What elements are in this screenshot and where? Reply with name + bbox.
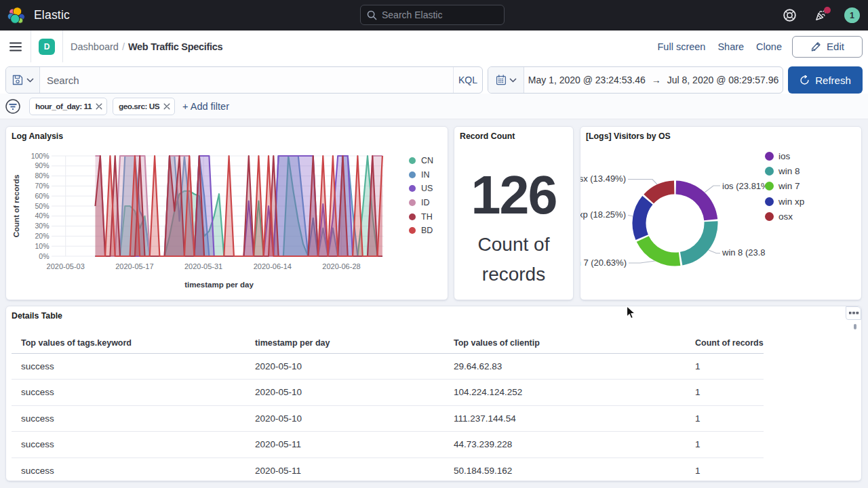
table-cell: 104.224.124.252 xyxy=(454,380,695,406)
global-search-input[interactable]: Search Elastic xyxy=(360,5,505,25)
svg-text:90%: 90% xyxy=(35,161,49,169)
boxes-horizontal-icon xyxy=(849,312,859,314)
table-cell: 1 xyxy=(695,405,764,432)
saved-query-button[interactable] xyxy=(6,67,40,93)
filter-bar: hour_of_day: 11geo.src: US + Add filter xyxy=(0,94,868,119)
query-input[interactable]: Search KQL xyxy=(5,66,483,94)
kql-selector[interactable]: KQL xyxy=(453,67,482,93)
table-cell: success xyxy=(12,432,255,458)
svg-text:Count of records: Count of records xyxy=(12,175,20,238)
legend-item[interactable]: IN xyxy=(409,168,433,182)
newsfeed-icon[interactable] xyxy=(813,8,828,22)
svg-text:80%: 80% xyxy=(35,171,49,180)
notification-badge xyxy=(824,7,831,14)
visitors-donut-chart[interactable]: ios (23.81%)win 8 (23.81%)win 7 (20.63%)… xyxy=(580,127,766,300)
legend-item[interactable]: ios xyxy=(765,148,804,163)
table-scrollbar-thumb[interactable] xyxy=(854,324,856,329)
refresh-button[interactable]: Refresh xyxy=(788,66,863,94)
table-cell: 2020-05-10 xyxy=(255,380,454,406)
donut-slice-ios[interactable] xyxy=(676,181,718,221)
global-search-placeholder: Search Elastic xyxy=(382,9,442,20)
donut-callout: ios (23.81%) xyxy=(722,181,766,191)
legend-item[interactable]: ID xyxy=(409,196,433,210)
divider xyxy=(31,30,31,62)
table-header[interactable]: Top values of clientip xyxy=(454,333,695,353)
date-to[interactable]: Jul 8, 2020 @ 08:29:57.96 xyxy=(667,75,778,85)
table-header[interactable]: timestamp per day xyxy=(255,333,454,353)
log-analysis-chart[interactable]: 0%10%20%30%40%50%60%70%80%90%100%2020-05… xyxy=(6,127,448,300)
help-icon[interactable] xyxy=(782,8,797,22)
panel-title: Log Analysis xyxy=(12,131,63,141)
donut-slice-win-xp[interactable] xyxy=(632,196,652,240)
table-cell: success xyxy=(12,458,255,481)
mouse-cursor xyxy=(626,306,636,320)
legend-dot xyxy=(765,152,774,161)
breadcrumb: Dashboard / Web Traffic Specifics xyxy=(71,41,222,52)
dashboard-row: Log Analysis 0%10%20%30%40%50%60%70%80%9… xyxy=(5,126,862,300)
date-from[interactable]: May 1, 2020 @ 23:24:53.46 xyxy=(528,75,646,85)
svg-text:2020-05-03: 2020-05-03 xyxy=(47,262,85,270)
donut-callout: win xp (18.25%) xyxy=(580,209,626,220)
share-button[interactable]: Share xyxy=(717,41,744,52)
legend-label: TH xyxy=(421,212,433,222)
visitors-legend: ioswin 8win 7win xposx xyxy=(765,148,804,224)
donut-slice-win-8[interactable] xyxy=(680,221,718,265)
hamburger-icon xyxy=(9,42,22,52)
legend-dot xyxy=(765,182,774,190)
legend-item[interactable]: CN xyxy=(409,154,433,168)
details-table: Top values of tags.keywordtimestamp per … xyxy=(12,333,764,481)
table-header[interactable]: Top values of tags.keyword xyxy=(12,333,255,353)
date-range-arrow: → xyxy=(652,75,661,85)
svg-text:2020-06-28: 2020-06-28 xyxy=(322,262,360,270)
table-cell: 1 xyxy=(695,432,764,458)
legend-item[interactable]: win 7 xyxy=(765,179,804,194)
brand-title: Elastic xyxy=(34,8,70,22)
user-avatar[interactable]: 1 xyxy=(844,7,860,23)
panel-options-button[interactable] xyxy=(846,306,861,320)
table-cell: 111.237.144.54 xyxy=(454,405,695,432)
table-cell: success xyxy=(12,353,255,380)
panel-title: [Logs] Visitors by OS xyxy=(586,131,671,141)
legend-item[interactable]: win xp xyxy=(765,194,804,209)
remove-filter-icon[interactable] xyxy=(96,103,102,110)
remove-filter-icon[interactable] xyxy=(163,103,170,110)
filter-options-icon[interactable] xyxy=(5,99,20,114)
edit-button[interactable]: Edit xyxy=(792,36,863,58)
elastic-logo[interactable] xyxy=(7,7,25,24)
add-filter-button[interactable]: + Add filter xyxy=(182,101,229,112)
table-cell: 2020-05-10 xyxy=(255,353,454,380)
legend-label: ios xyxy=(778,151,790,161)
top-nav-menu: Full screen Share Clone Edit xyxy=(657,36,868,58)
date-picker[interactable]: May 1, 2020 @ 23:24:53.46 → Jul 8, 2020 … xyxy=(488,66,783,94)
breadcrumb-separator: / xyxy=(122,41,125,52)
filter-pill[interactable]: hour_of_day: 11 xyxy=(29,98,107,115)
legend-dot xyxy=(409,199,416,206)
log-analysis-legend: CNINUSIDTHBD xyxy=(409,154,433,238)
svg-text:50%: 50% xyxy=(35,202,49,210)
query-bar: Search KQL May 1, 2020 @ 23:24:53.46 → J… xyxy=(0,62,868,94)
donut-slice-osx[interactable] xyxy=(644,181,674,204)
space-avatar[interactable]: D xyxy=(39,39,55,55)
panel-title: Details Table xyxy=(12,311,62,321)
legend-dot xyxy=(409,214,416,220)
table-cell: success xyxy=(12,405,255,432)
menu-button[interactable] xyxy=(0,42,31,52)
table-cell: 50.184.59.162 xyxy=(454,458,695,481)
date-quick-select-button[interactable] xyxy=(488,67,524,93)
panel-log-analysis: Log Analysis 0%10%20%30%40%50%60%70%80%9… xyxy=(5,126,448,300)
full-screen-button[interactable]: Full screen xyxy=(657,41,705,52)
pencil-icon xyxy=(810,41,821,52)
legend-item[interactable]: osx xyxy=(765,209,804,224)
filter-pill[interactable]: geo.src: US xyxy=(113,98,175,115)
legend-item[interactable]: win 8 xyxy=(765,163,804,178)
legend-item[interactable]: BD xyxy=(409,224,433,238)
donut-slice-win-7[interactable] xyxy=(637,236,681,266)
legend-item[interactable]: US xyxy=(409,182,433,196)
legend-dot xyxy=(765,167,774,176)
divider xyxy=(62,30,63,62)
table-cell: 2020-05-10 xyxy=(255,405,454,432)
table-header[interactable]: Count of records xyxy=(695,333,764,353)
legend-item[interactable]: TH xyxy=(409,209,433,224)
clone-button[interactable]: Clone xyxy=(756,41,782,52)
breadcrumb-dashboard[interactable]: Dashboard xyxy=(71,41,119,52)
